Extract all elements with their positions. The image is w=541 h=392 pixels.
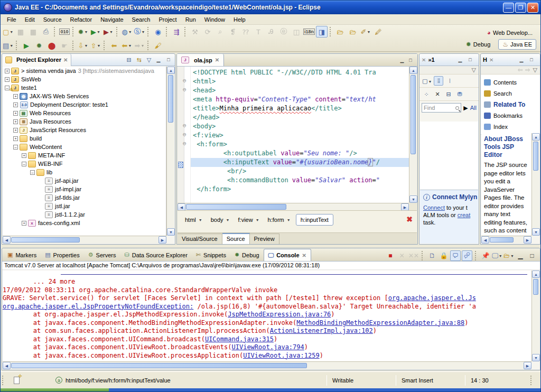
tree-item[interactable]: +≡jsf-api.jar xyxy=(3,176,166,185)
fold-collapse-icon[interactable]: ⊖ xyxy=(183,132,189,138)
fold-collapse-icon[interactable]: ⊖ xyxy=(183,87,189,93)
help-nav-contents[interactable]: Contents xyxy=(481,77,540,88)
show-graphical-view-icon[interactable]: ◨ xyxy=(316,26,328,38)
connect-link[interactable]: Connect xyxy=(423,204,445,211)
stack-trace-link[interactable]: org.apache.jasper.el.JspPropertyNotFound… xyxy=(3,303,193,310)
expand-icon[interactable]: + xyxy=(13,128,18,133)
cancel-icon[interactable]: ✕ xyxy=(433,89,442,99)
console-vertical-scrollbar[interactable]: ▲ ▼ xyxy=(531,270,539,361)
tree-item[interactable]: +◍JAX-WS Web Services xyxy=(3,92,166,100)
tab-snippets[interactable]: ✄Snippets xyxy=(192,249,230,261)
new-task-icon[interactable]: ▢▼ xyxy=(422,76,432,86)
link-with-editor-icon[interactable]: ⇆ xyxy=(135,57,143,63)
maximize-view-icon[interactable]: □ xyxy=(528,57,536,62)
tab-properties[interactable]: ▤Properties xyxy=(41,249,84,261)
view-menu-icon[interactable]: ▽ xyxy=(533,67,537,73)
help-article[interactable]: About JBoss Tools JSP Editor The JSP sou… xyxy=(481,133,531,236)
menu-help[interactable]: Help xyxy=(229,15,250,24)
maximize-view-icon[interactable]: □ xyxy=(467,57,475,62)
expand-icon[interactable]: + xyxy=(13,136,18,141)
help-horizontal-scrollbar[interactable]: ◀ ▶ xyxy=(481,236,531,244)
tree-item[interactable]: +≡jstl-1.1.2.jar xyxy=(3,210,166,219)
breadcrumb-h-form[interactable]: h:form▼ xyxy=(265,215,294,225)
stop-server-icon[interactable]: ⬤ xyxy=(46,40,58,51)
stack-trace-link[interactable]: ActionListenerImpl.java:102 xyxy=(270,327,373,334)
annotate-icon[interactable]: ✐▼ xyxy=(360,26,371,38)
close-view-icon[interactable]: ✕ xyxy=(422,57,426,63)
tree-item[interactable]: –WebContent xyxy=(3,143,166,151)
maximize-editor-icon[interactable]: □ xyxy=(407,58,415,63)
breadcrumb-close-icon[interactable]: ✖ xyxy=(406,215,413,223)
tree-item[interactable]: –WEB-INF xyxy=(3,160,166,168)
fold-collapse-icon[interactable]: ⊖ xyxy=(183,78,189,84)
stack-trace-link[interactable]: JspMethodExpression.java:76 xyxy=(228,311,331,318)
close-view-icon[interactable]: ✕ xyxy=(489,57,493,63)
clear-console-icon[interactable]: 🗋 xyxy=(427,250,437,261)
menu-run[interactable]: Run xyxy=(181,15,200,24)
stack-trace-link[interactable]: org.apache.jasper.el.Js xyxy=(388,294,476,302)
show-on-stderr-icon[interactable]: 🗪 xyxy=(462,250,472,261)
code-line[interactable]: ⊖<body> xyxy=(191,122,409,131)
help-forward-icon[interactable]: ⇨ xyxy=(525,67,530,73)
console-output[interactable]: ... 24 more17/09/2012 08:33:11 org.apach… xyxy=(3,270,531,361)
tree-item[interactable]: +⊞Java Resources xyxy=(3,117,166,126)
tree-item[interactable]: +META-INF xyxy=(3,151,166,160)
back-icon[interactable]: ⬅▼ xyxy=(121,40,133,51)
print-icon[interactable]: ⎙ xyxy=(40,26,52,38)
minimize-button[interactable]: — xyxy=(503,3,514,13)
source-editor[interactable]: <!DOCTYPE html PUBLIC "-//W3C//DTD HTML … xyxy=(178,67,409,203)
subtab-source[interactable]: Source xyxy=(222,233,250,244)
menu-search[interactable]: Search xyxy=(128,15,155,24)
help-nav-index[interactable]: Index xyxy=(481,121,540,132)
minimize-editor-icon[interactable]: ▁ xyxy=(398,58,407,63)
code-line[interactable]: ⊖ <h:form> xyxy=(191,140,409,149)
code-line[interactable]: ⊖<f:view> xyxy=(191,131,409,140)
tab-console[interactable]: 🖵Console✕ xyxy=(264,249,311,261)
collapse-icon[interactable]: – xyxy=(22,162,26,166)
new-wizard-icon[interactable]: ▢▼ xyxy=(2,26,14,38)
maximize-icon[interactable]: □ xyxy=(527,250,537,261)
collapse-all-icon[interactable]: ⊟ xyxy=(125,57,133,63)
task-list[interactable] xyxy=(420,122,478,189)
web-services-explorer-icon[interactable]: Ⓢ▼ xyxy=(134,26,145,38)
help-nav-search[interactable]: Search xyxy=(481,88,540,99)
fold-collapse-icon[interactable]: ⊖ xyxy=(183,141,189,147)
last-edit-location-icon[interactable]: ⬅ xyxy=(108,40,120,51)
code-line[interactable]: <!DOCTYPE html PUBLIC "-//W3C//DTD HTML … xyxy=(191,68,409,77)
tree-item[interactable]: –lib xyxy=(3,168,166,176)
tree-item[interactable]: +JSisWeb xyxy=(3,75,166,83)
collapse-all-icon[interactable]: ⊟ xyxy=(444,89,453,99)
tree-item[interactable]: +J> sistema venda java3 [https://sistema… xyxy=(3,67,166,75)
minimize-view-icon[interactable]: ▁ xyxy=(518,57,526,62)
code-line[interactable]: <h:outputLabel value="Seu nome: "/> xyxy=(191,149,409,158)
editor-horizontal-scrollbar[interactable]: ◀ ▶ xyxy=(178,203,409,210)
breadcrumb-body[interactable]: body▼ xyxy=(208,215,233,225)
close-editor-icon[interactable]: ✕ xyxy=(215,57,219,63)
scroll-lock-icon[interactable]: 🔒 xyxy=(439,250,449,261)
expand-icon[interactable]: + xyxy=(13,111,18,116)
code-line[interactable]: ⊖<head> xyxy=(191,86,409,95)
expand-icon[interactable]: + xyxy=(5,77,10,82)
all-filter-link[interactable]: All xyxy=(470,105,477,111)
perspective-web-develop[interactable]: ◕ Web Develop... xyxy=(483,28,536,38)
project-explorer-tab[interactable]: Project Explorer ✕ xyxy=(2,54,71,66)
tree-item[interactable]: +3.0Deployment Descriptor: teste1 xyxy=(3,100,166,109)
menu-navigate[interactable]: Navigate xyxy=(96,15,127,24)
minimize-icon[interactable]: ▁ xyxy=(515,250,526,261)
open-resource-icon[interactable]: 🗁 xyxy=(347,26,359,38)
help-nav-related-to[interactable]: Related To xyxy=(481,99,540,110)
menu-source[interactable]: Source xyxy=(39,15,66,24)
menu-refactor[interactable]: Refactor xyxy=(66,15,97,24)
stack-trace-link[interactable]: UICommand.java:315 xyxy=(205,335,274,343)
connect-link[interactable]: creat xyxy=(458,212,470,218)
code-line[interactable]: <h:commandButton value="Salvar" action=" xyxy=(191,176,409,185)
collapse-icon[interactable]: – xyxy=(5,86,10,90)
debug-server-icon[interactable]: ✹ xyxy=(33,40,45,51)
fold-collapse-icon[interactable]: ⊖ xyxy=(183,123,189,129)
task-find-input[interactable]: Find xyxy=(422,103,461,113)
editor-tab-ola-jsp[interactable]: J ola.jsp ✕ xyxy=(177,54,224,66)
menu-edit[interactable]: Edit xyxy=(21,15,39,24)
editor-vertical-scrollbar[interactable]: ▲ ▼ xyxy=(409,67,417,203)
tab-data-source-explorer[interactable]: ⛁Data Source Explorer xyxy=(120,249,191,261)
code-line[interactable]: </h:form> xyxy=(191,185,409,194)
